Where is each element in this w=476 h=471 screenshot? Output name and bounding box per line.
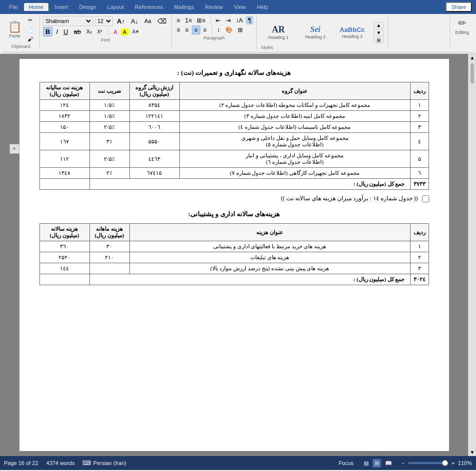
scroll-up-button[interactable]: ▲: [469, 54, 476, 61]
align-right-button[interactable]: ≡: [192, 25, 200, 34]
italic-button[interactable]: I: [54, 27, 60, 36]
cell-coeff: ۱/۵٪: [89, 111, 129, 122]
web-layout-button[interactable]: ⊞: [373, 459, 381, 468]
line-spacing-button[interactable]: ↕: [215, 26, 222, 34]
paste-label: Paste: [9, 33, 20, 38]
style-heading3[interactable]: AaBbCc Heading 3: [335, 25, 370, 40]
cell-title: هزینه های خرید مرتبط با فعالیتهای اداری …: [129, 241, 410, 252]
view-mode-buttons: ▤ ⊞ 📖: [362, 459, 394, 468]
cell-value: ۸۳۵٤: [129, 100, 179, 111]
table-row: ٤ مجموعه کامل وسایل حمل و نقل داخلی و شه…: [39, 133, 429, 150]
cell-title: مجموعه کامل تجهیزات کارگاهی (اطلاعات جدو…: [179, 168, 410, 179]
grow-font-button[interactable]: A↑: [115, 16, 127, 26]
decrease-indent-button[interactable]: ⇤: [214, 16, 223, 24]
cell-monthly: ۳۰: [89, 241, 129, 252]
strikethrough-button[interactable]: ab: [71, 27, 82, 36]
font-name-select[interactable]: Shabnam: [43, 16, 93, 26]
cell-title: مجموعه کامل تاسیسات (اطلاعات جدول شماره …: [179, 122, 410, 133]
vertical-scrollbar[interactable]: ▲ ▼: [468, 54, 476, 456]
change-case-button[interactable]: Aa: [142, 17, 153, 25]
style-heading2[interactable]: Sei Heading 2: [298, 24, 333, 41]
styles-scroll-up[interactable]: ▲: [374, 22, 384, 28]
cell-annual: ۱۸۳۲: [39, 111, 89, 122]
zoom-slider[interactable]: [408, 462, 448, 464]
bullets-button[interactable]: ≡: [175, 16, 182, 24]
cell-monthly: ۲۱۰: [89, 252, 129, 263]
focus-button[interactable]: Focus: [337, 459, 356, 467]
copy-button[interactable]: 📄: [24, 25, 35, 34]
title-bar: File Home Insert Design Layout Reference…: [0, 0, 476, 14]
multilevel-button[interactable]: ⊞≡: [195, 16, 207, 24]
cell-radif: ۲: [410, 111, 429, 122]
table2-header-annual: هزینه سالانه(میلیون ریال): [39, 224, 89, 241]
tab-review[interactable]: Review: [200, 3, 228, 11]
cell-title: هزینه های پیش بینی نشده (پنج درصد ارزش م…: [129, 263, 410, 274]
cell-annual-total: ۳۷۳۳: [410, 179, 429, 190]
tab-insert[interactable]: Insert: [49, 3, 73, 11]
print-layout-button[interactable]: ▤: [362, 459, 371, 468]
underline-button[interactable]: U: [61, 27, 70, 36]
tab-file[interactable]: File: [4, 3, 23, 11]
tab-view[interactable]: View: [229, 3, 251, 11]
table1-header-annual: هزینه نت سالیانه(میلیون ریال): [39, 82, 89, 100]
tab-help[interactable]: Help: [252, 3, 273, 11]
language-icon: ⌨: [82, 460, 91, 467]
read-mode-button[interactable]: 📖: [383, 459, 394, 468]
zoom-out-button[interactable]: －: [400, 459, 406, 468]
tab-design[interactable]: Design: [74, 3, 101, 11]
cell-title: مجموعه کامل ابنیه (اطلاعات جدول شماره ۳): [179, 111, 410, 122]
tab-layout[interactable]: Layout: [102, 3, 129, 11]
cell-radif: ۵: [410, 150, 429, 168]
paragraph-group-label: Paragraph: [175, 35, 254, 40]
scroll-thumb[interactable]: [471, 63, 474, 83]
text-color-button[interactable]: A: [112, 28, 119, 35]
table-row: ۱ مجموعه کامل تجهیزات و امکانات محوطه (ا…: [39, 100, 429, 111]
editing-button[interactable]: ✏ Editing: [450, 15, 474, 50]
cell-radif: ۱: [410, 241, 429, 252]
align-left-button[interactable]: ≡: [175, 26, 182, 34]
table-row: ۳ هزینه های پیش بینی نشده (پنج درصد ارزش…: [39, 263, 429, 274]
table1-checkbox[interactable]: [422, 195, 429, 202]
cut-button[interactable]: ✂: [24, 16, 35, 24]
paste-button[interactable]: 📋: [6, 20, 23, 33]
font-size-select[interactable]: 12: [95, 16, 113, 26]
table1-total-row: ۳۷۳۳ جمع کل (میلیون ریال) :: [39, 179, 429, 190]
table2-header-radif: ردیف: [410, 224, 429, 241]
superscript-button[interactable]: X²: [95, 28, 104, 35]
numbering-button[interactable]: 1≡: [183, 16, 194, 24]
sort-button[interactable]: ↕A: [234, 16, 245, 24]
font-group-label: Font: [43, 37, 168, 42]
zoom-in-button[interactable]: ＋: [450, 459, 456, 468]
increase-indent-button[interactable]: ⇥: [224, 16, 233, 24]
add-row-button[interactable]: +: [9, 144, 19, 154]
table-row: ۲ مجموعه کامل ابنیه (اطلاعات جدول شماره …: [39, 111, 429, 122]
scroll-down-button[interactable]: ▼: [469, 449, 476, 456]
clear-format-button[interactable]: ⌫: [155, 16, 168, 26]
shrink-font-button[interactable]: A↓: [129, 16, 140, 26]
style-heading1[interactable]: AR Heading 1: [261, 23, 296, 41]
share-button[interactable]: Share: [446, 2, 472, 12]
table1-header-title: عنوان گروه: [179, 82, 410, 100]
justify-button[interactable]: ≡: [201, 26, 209, 34]
cell-title: مجموعه کامل وسایل حمل و نقل داخلی و شهری…: [179, 133, 410, 150]
shading-button[interactable]: 🎨: [223, 26, 235, 34]
font-color-button[interactable]: A▾: [130, 28, 140, 35]
tab-home[interactable]: Home: [24, 3, 48, 11]
language-display: ⌨ Persian (Iran): [82, 460, 126, 467]
styles-more[interactable]: ⊞: [374, 37, 384, 43]
cell-title: مجموعه کامل تجهیزات و امکانات محوطه (اطل…: [179, 100, 410, 111]
cell-title: مجموعه کامل وسایل اداری ، پشتیبانی و انب…: [179, 150, 410, 168]
borders-button[interactable]: ⊞: [236, 26, 245, 34]
show-para-button[interactable]: ¶: [246, 16, 253, 24]
format-painter-button[interactable]: 🖌: [24, 35, 35, 43]
styles-scroll-down[interactable]: ▼: [374, 29, 384, 36]
cell-coeff: ۲/۵٪: [89, 150, 129, 168]
cell-annual: ۳٦۰: [39, 241, 89, 252]
tab-mailings[interactable]: Mailings: [169, 3, 199, 11]
highlight-button[interactable]: A: [121, 28, 128, 35]
bold-button[interactable]: B: [43, 27, 52, 36]
tab-references[interactable]: References: [130, 3, 168, 11]
align-center-button[interactable]: ≡: [183, 26, 191, 34]
cell-empty: [39, 274, 89, 285]
subscript-button[interactable]: X₂: [84, 28, 94, 35]
